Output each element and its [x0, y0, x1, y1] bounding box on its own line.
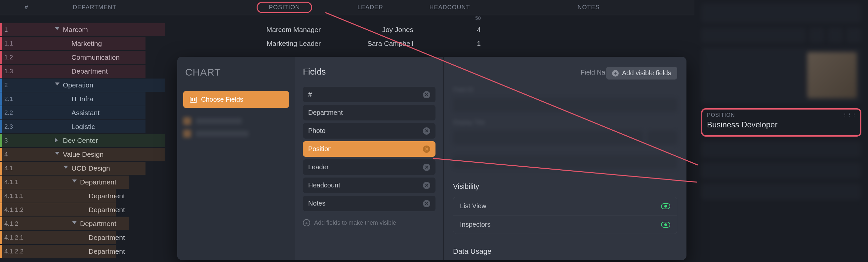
row-headcount: 4 [416, 26, 483, 34]
choose-fields-button[interactable]: Choose Fields [183, 91, 289, 108]
row-department: Assistant [71, 109, 99, 117]
row-department: Department [71, 67, 108, 75]
row-number: 3 [2, 137, 8, 144]
inspector-blur-box [701, 3, 861, 23]
field-label: Position [308, 145, 332, 153]
disclosure-icon[interactable] [72, 180, 78, 185]
disclosure-icon[interactable] [63, 166, 69, 171]
col-header-department[interactable]: DEPARTMENT [53, 4, 245, 11]
disclosure-icon[interactable] [55, 152, 60, 157]
col-header-position[interactable]: POSITION [245, 2, 324, 13]
row-number: 4.1.1.2 [2, 206, 24, 214]
row-number: 2.2 [2, 109, 13, 116]
row-number: 4.1.2 [2, 220, 18, 227]
row-department: UCD Design [71, 164, 110, 172]
row-number: 4.1.1.1 [2, 192, 24, 200]
eye-icon[interactable] [661, 222, 670, 228]
row-headcount: 1 [416, 40, 483, 47]
aggregate-row: 50 [0, 15, 694, 23]
inspector-blur-box [701, 141, 861, 158]
drag-handle-icon[interactable]: ⋮⋮⋮ [843, 112, 857, 117]
row-department: Department [89, 206, 125, 214]
col-header-leader[interactable]: LEADER [324, 4, 416, 11]
disclosure-icon[interactable] [55, 138, 60, 143]
row-number: 2.1 [2, 96, 13, 103]
field-label: Notes [308, 200, 326, 207]
visibility-header: Visibility [453, 182, 677, 191]
row-number: 4 [2, 151, 8, 158]
field-item[interactable]: #✕ [303, 87, 435, 102]
remove-field-icon[interactable]: ✕ [423, 200, 430, 207]
row-number: 1.1 [2, 40, 13, 47]
visibility-item[interactable]: Inspectors [453, 216, 677, 234]
field-item[interactable]: Headcount✕ [303, 178, 435, 193]
row-department: Department [89, 192, 125, 200]
row-department: Communication [71, 53, 120, 61]
row-number: 1.2 [2, 54, 13, 61]
aggregate-headcount: 50 [416, 15, 483, 23]
field-label: # [308, 91, 312, 98]
inspector-blur-box [701, 162, 861, 179]
fields-section-header: Fields [303, 67, 326, 77]
disclosure-icon[interactable] [55, 82, 60, 88]
field-item[interactable]: Leader✕ [303, 159, 435, 175]
row-department: Department [80, 178, 116, 186]
field-label: Leader [308, 163, 329, 171]
inspector-blur-box [701, 183, 861, 200]
plus-icon: + [612, 70, 619, 77]
field-item[interactable]: Notes✕ [303, 196, 435, 211]
visibility-label: List View [460, 202, 487, 210]
remove-field-icon[interactable]: ✕ [423, 91, 430, 98]
remove-field-icon[interactable]: ✕ [423, 164, 430, 171]
row-number: 1 [2, 26, 8, 33]
row-position: Marcom Manager [245, 26, 324, 34]
row-number: 1.3 [2, 68, 13, 75]
row-department: Marketing [71, 40, 102, 47]
row-number: 4.1.1 [2, 179, 18, 186]
row-number: 4.1.2.1 [2, 234, 24, 241]
inspector-position-label: POSITION [707, 112, 856, 118]
row-department: Logistic [71, 123, 95, 131]
col-header-notes[interactable]: NOTES [483, 4, 694, 11]
row-number: 2.3 [2, 123, 13, 130]
table-row[interactable]: 1.1MarketingMarketing LeaderSara Campbel… [0, 37, 694, 50]
remove-field-icon[interactable]: ✕ [423, 127, 430, 135]
row-department: Operation [63, 81, 93, 89]
modal-title: CHART [185, 67, 289, 78]
inspector-position-card: ⋮⋮⋮ POSITION Business Developer [701, 108, 861, 137]
row-leader: Sara Campbell [324, 40, 416, 47]
row-number: 4.1 [2, 165, 13, 172]
disclosure-icon[interactable] [72, 221, 78, 226]
field-item[interactable]: Photo✕ [303, 123, 435, 139]
remove-field-icon[interactable]: ✕ [423, 146, 430, 153]
row-department: IT Infra [71, 95, 93, 103]
table-header: # DEPARTMENT POSITION LEADER HEADCOUNT N… [0, 0, 694, 15]
data-usage-header: Data Usage [453, 247, 677, 256]
field-item[interactable]: Position✕ [303, 141, 435, 157]
field-label: Headcount [308, 182, 340, 189]
chart-fields-modal: CHART Choose Fields Fields #✕DepartmentP… [177, 57, 686, 260]
inspector-photo-box [701, 47, 861, 104]
row-leader: Joy Jones [324, 26, 416, 34]
row-department: Department [80, 220, 116, 228]
disclosure-icon[interactable] [55, 27, 60, 32]
eye-icon[interactable] [661, 203, 670, 209]
col-header-number[interactable]: # [0, 4, 53, 11]
row-department: Value Design [63, 150, 103, 158]
field-item[interactable]: Department [303, 105, 435, 120]
row-number: 2 [2, 81, 8, 89]
plus-icon: + [303, 219, 310, 226]
visibility-label: Inspectors [460, 221, 490, 228]
row-department: Department [89, 234, 125, 241]
row-department: Department [89, 248, 125, 255]
add-visible-fields-button[interactable]: + Add visible fields [606, 67, 677, 79]
inspector-blur-box [701, 28, 861, 43]
fields-icon [190, 97, 197, 103]
field-label: Department [308, 109, 343, 116]
remove-field-icon[interactable]: ✕ [423, 182, 430, 189]
table-row[interactable]: 1MarcomMarcom ManagerJoy Jones4 [0, 23, 694, 36]
col-header-headcount[interactable]: HEADCOUNT [416, 4, 483, 11]
inspector-position-value[interactable]: Business Developer [707, 120, 856, 129]
add-fields-hint[interactable]: + Add fields to make them visible [303, 219, 435, 226]
visibility-item[interactable]: List View [453, 197, 677, 216]
